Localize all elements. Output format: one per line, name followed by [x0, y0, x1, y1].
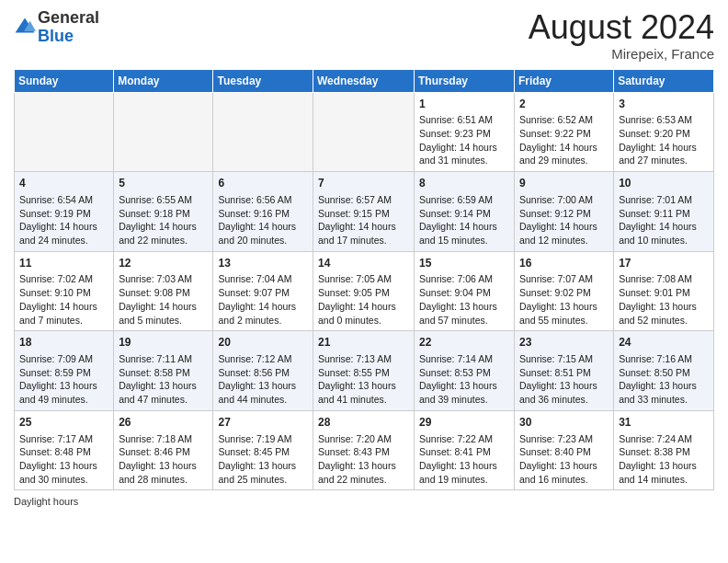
- calendar-week-5: 25Sunrise: 7:17 AMSunset: 8:48 PMDayligh…: [15, 410, 714, 490]
- day-info: Sunset: 8:58 PM: [119, 366, 208, 380]
- calendar-cell: 24Sunrise: 7:16 AMSunset: 8:50 PMDayligh…: [614, 331, 714, 411]
- day-info: Daylight: 13 hours: [419, 459, 509, 473]
- day-number: 6: [218, 176, 308, 191]
- day-info: Sunset: 9:23 PM: [419, 127, 509, 141]
- day-info: Daylight: 13 hours: [619, 459, 709, 473]
- calendar-cell: [313, 92, 415, 172]
- calendar-cell: 2Sunrise: 6:52 AMSunset: 9:22 PMDaylight…: [515, 92, 614, 172]
- day-info: and 55 minutes.: [519, 314, 609, 327]
- day-info: Sunset: 9:01 PM: [619, 286, 709, 300]
- calendar-cell: [114, 92, 213, 172]
- day-info: Daylight: 14 hours: [19, 300, 108, 314]
- calendar-cell: 17Sunrise: 7:08 AMSunset: 9:01 PMDayligh…: [614, 251, 714, 331]
- day-info: Sunrise: 7:06 AM: [419, 272, 509, 286]
- day-info: Sunrise: 7:08 AM: [619, 272, 709, 286]
- day-info: Sunrise: 6:54 AM: [19, 193, 108, 207]
- day-info: and 20 minutes.: [218, 234, 308, 247]
- day-info: and 49 minutes.: [19, 393, 108, 407]
- day-info: Daylight: 14 hours: [419, 220, 509, 234]
- day-info: and 0 minutes.: [318, 314, 409, 327]
- day-info: Daylight: 14 hours: [519, 220, 609, 234]
- day-info: Daylight: 14 hours: [419, 141, 509, 155]
- day-info: Sunrise: 7:09 AM: [19, 352, 108, 366]
- day-info: and 57 minutes.: [419, 314, 509, 327]
- day-info: Sunrise: 7:22 AM: [419, 432, 509, 446]
- day-number: 1: [419, 97, 509, 112]
- calendar-header-tuesday: Tuesday: [213, 69, 313, 92]
- day-info: Sunset: 9:15 PM: [318, 207, 409, 221]
- calendar-cell: 7Sunrise: 6:57 AMSunset: 9:15 PMDaylight…: [313, 172, 415, 252]
- calendar-header-saturday: Saturday: [614, 69, 714, 92]
- day-info: and 39 minutes.: [419, 393, 509, 407]
- day-info: Sunrise: 7:07 AM: [519, 272, 609, 286]
- calendar-cell: 31Sunrise: 7:24 AMSunset: 8:38 PMDayligh…: [614, 410, 714, 490]
- day-info: and 22 minutes.: [318, 473, 409, 487]
- day-number: 19: [119, 335, 208, 350]
- day-info: and 44 minutes.: [218, 393, 308, 407]
- day-number: 25: [19, 415, 108, 431]
- day-info: Daylight: 13 hours: [119, 379, 208, 393]
- day-info: Sunrise: 7:05 AM: [318, 272, 409, 286]
- day-info: Sunset: 8:48 PM: [19, 445, 108, 459]
- day-info: Sunrise: 7:16 AM: [619, 352, 709, 366]
- calendar-cell: 23Sunrise: 7:15 AMSunset: 8:51 PMDayligh…: [515, 331, 614, 411]
- calendar-cell: 26Sunrise: 7:18 AMSunset: 8:46 PMDayligh…: [114, 410, 213, 490]
- day-info: Sunset: 9:22 PM: [519, 127, 609, 141]
- day-info: and 27 minutes.: [619, 154, 709, 167]
- day-info: and 25 minutes.: [218, 473, 308, 487]
- calendar-header-row: SundayMondayTuesdayWednesdayThursdayFrid…: [15, 69, 714, 92]
- day-info: Sunrise: 6:53 AM: [619, 113, 709, 127]
- day-number: 4: [19, 176, 108, 191]
- day-info: and 12 minutes.: [519, 234, 609, 247]
- logo-blue-text: Blue: [38, 27, 74, 45]
- day-info: Sunset: 9:16 PM: [218, 207, 308, 221]
- calendar-cell: [15, 92, 114, 172]
- day-number: 14: [318, 256, 409, 271]
- day-info: Sunrise: 7:13 AM: [318, 352, 409, 366]
- day-info: Sunrise: 7:11 AM: [119, 352, 208, 366]
- day-info: Sunset: 9:18 PM: [119, 207, 208, 221]
- day-info: Sunrise: 7:19 AM: [218, 432, 308, 446]
- calendar-table: SundayMondayTuesdayWednesdayThursdayFrid…: [14, 69, 714, 491]
- day-info: Sunrise: 6:52 AM: [519, 113, 609, 127]
- day-info: Sunset: 9:04 PM: [419, 286, 509, 300]
- day-info: and 24 minutes.: [19, 234, 108, 247]
- day-number: 12: [119, 256, 208, 271]
- day-info: Daylight: 13 hours: [419, 379, 509, 393]
- day-info: Daylight: 14 hours: [318, 300, 409, 314]
- day-number: 26: [119, 415, 208, 431]
- month-year: August 2024: [529, 9, 714, 46]
- calendar-header-monday: Monday: [114, 69, 213, 92]
- day-info: Sunset: 8:56 PM: [218, 366, 308, 380]
- day-info: Sunrise: 6:56 AM: [218, 193, 308, 207]
- day-info: and 33 minutes.: [619, 393, 709, 407]
- day-info: Sunrise: 7:03 AM: [119, 272, 208, 286]
- day-info: and 2 minutes.: [218, 314, 308, 327]
- day-number: 31: [619, 415, 709, 431]
- calendar-week-1: 1Sunrise: 6:51 AMSunset: 9:23 PMDaylight…: [15, 92, 714, 172]
- day-info: Sunset: 8:46 PM: [119, 445, 208, 459]
- calendar-cell: 27Sunrise: 7:19 AMSunset: 8:45 PMDayligh…: [213, 410, 313, 490]
- day-number: 13: [218, 256, 308, 271]
- day-info: and 10 minutes.: [619, 234, 709, 247]
- day-info: and 5 minutes.: [119, 314, 208, 327]
- day-info: Daylight: 13 hours: [318, 459, 409, 473]
- day-info: and 52 minutes.: [619, 314, 709, 327]
- calendar-cell: [213, 92, 313, 172]
- day-number: 9: [519, 176, 609, 191]
- day-info: Daylight: 13 hours: [519, 379, 609, 393]
- day-info: and 36 minutes.: [519, 393, 609, 407]
- day-info: Daylight: 14 hours: [19, 220, 108, 234]
- day-info: Sunset: 9:07 PM: [218, 286, 308, 300]
- day-info: Daylight: 13 hours: [619, 379, 709, 393]
- day-info: and 47 minutes.: [119, 393, 208, 407]
- day-info: Sunset: 9:10 PM: [19, 286, 108, 300]
- day-info: Sunset: 9:05 PM: [318, 286, 409, 300]
- day-info: Sunset: 8:38 PM: [619, 445, 709, 459]
- calendar-cell: 22Sunrise: 7:14 AMSunset: 8:53 PMDayligh…: [415, 331, 515, 411]
- day-info: Daylight: 14 hours: [119, 220, 208, 234]
- day-info: Sunset: 9:14 PM: [419, 207, 509, 221]
- day-info: and 28 minutes.: [119, 473, 208, 487]
- day-info: Daylight: 13 hours: [519, 300, 609, 314]
- day-info: Sunrise: 7:04 AM: [218, 272, 308, 286]
